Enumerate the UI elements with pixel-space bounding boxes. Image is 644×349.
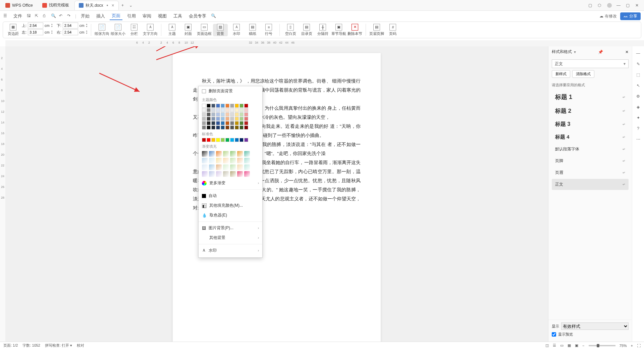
vertical-ruler[interactable]: 246810121416182022242628: [0, 46, 5, 342]
menu-page[interactable]: 页面: [110, 12, 122, 20]
gradient-swatch[interactable]: [223, 158, 229, 163]
clear-format-button[interactable]: 清除格式: [572, 70, 594, 78]
auto-color-item[interactable]: 自动: [199, 191, 262, 201]
color-swatch[interactable]: [207, 112, 211, 116]
page-border-button[interactable]: ▭页面边框: [197, 24, 212, 36]
menu-ref[interactable]: 引用: [125, 12, 138, 20]
color-swatch[interactable]: [230, 104, 234, 108]
color-swatch[interactable]: [244, 108, 248, 112]
document-canvas[interactable]: 秋天，落叶满地，》 ，用悲凉给这个喧嚣的世界调色。街巷、 细雨中慢慢行走，昏黄的…: [5, 46, 548, 342]
cover-button[interactable]: ▣封面: [181, 24, 196, 36]
color-swatch[interactable]: [225, 112, 229, 116]
preview-checkbox[interactable]: [552, 332, 556, 337]
color-swatch[interactable]: [221, 121, 225, 125]
color-swatch[interactable]: [211, 108, 215, 112]
remove-bg-item[interactable]: 删除页面背景: [199, 86, 262, 96]
color-swatch[interactable]: [216, 108, 220, 112]
color-swatch[interactable]: [235, 138, 239, 142]
color-swatch[interactable]: [216, 121, 220, 125]
color-swatch[interactable]: [239, 104, 244, 108]
orientation-button[interactable]: 📄纸张方向: [95, 24, 109, 36]
zoom-value[interactable]: 75%: [620, 344, 627, 348]
style-item[interactable]: 标题 4↵: [552, 131, 629, 143]
margin-right-input[interactable]: [63, 29, 78, 35]
spinner[interactable]: ▲▼: [51, 30, 53, 35]
horizontal-ruler[interactable]: 642246810123234363840424446: [5, 40, 644, 46]
preview-icon[interactable]: 🔍: [51, 13, 56, 19]
style-item[interactable]: 标题 1↵: [552, 90, 629, 104]
gradient-swatch[interactable]: [237, 151, 243, 157]
style-item[interactable]: 标题 3↵: [552, 118, 629, 131]
help-icon[interactable]: ?: [635, 126, 641, 132]
color-swatch[interactable]: [235, 121, 239, 125]
chapter-nav-button[interactable]: ▣章节导航: [331, 24, 346, 36]
gradient-swatch[interactable]: [244, 164, 250, 170]
color-swatch[interactable]: [211, 121, 215, 125]
color-swatch[interactable]: [225, 138, 229, 142]
tab-add-button[interactable]: +: [119, 3, 127, 8]
gradient-swatch[interactable]: [230, 171, 236, 177]
paper-size-button[interactable]: 📄纸张大小: [111, 24, 125, 36]
color-swatch[interactable]: [235, 108, 239, 112]
color-swatch[interactable]: [230, 108, 234, 112]
columns-button[interactable]: ☷分栏: [127, 24, 142, 36]
tab-wps-home[interactable]: WPS Office: [1, 1, 37, 10]
pencil-icon[interactable]: ✎: [635, 61, 641, 67]
gradient-swatch[interactable]: [216, 164, 222, 170]
menu-member[interactable]: 会员专享: [187, 12, 208, 20]
menu-tools[interactable]: 工具: [171, 12, 184, 20]
color-swatch[interactable]: [216, 126, 220, 130]
collapse-icon[interactable]: —: [635, 50, 641, 56]
color-swatch[interactable]: [202, 104, 206, 108]
maximize-button[interactable]: ▢: [626, 3, 631, 8]
toc-page-button[interactable]: ▤目录页: [299, 24, 314, 36]
color-swatch[interactable]: [225, 117, 229, 121]
save-icon[interactable]: 🖫: [27, 13, 32, 19]
other-fill-item[interactable]: ◧其他填充颜色(M)...: [199, 201, 262, 210]
gradient-swatch[interactable]: [209, 151, 215, 157]
other-bg-item[interactable]: 其他背景›: [199, 233, 262, 243]
theme-button[interactable]: Ａ主题: [165, 24, 179, 36]
app-icon[interactable]: ▢: [588, 3, 593, 8]
background-button[interactable]: ▨背景: [213, 24, 228, 36]
gradient-swatch[interactable]: [209, 158, 215, 163]
color-swatch[interactable]: [230, 117, 234, 121]
avatar-icon[interactable]: [607, 3, 612, 8]
view-icon[interactable]: ▭: [560, 343, 564, 348]
gradient-swatch[interactable]: [244, 151, 250, 157]
layers-icon[interactable]: ◈: [635, 104, 641, 110]
color-swatch[interactable]: [239, 138, 244, 142]
watermark-button[interactable]: Ａ水印: [229, 24, 244, 36]
picture-bg-item[interactable]: 🖼图片背景(P)...›: [199, 223, 262, 233]
menu-view[interactable]: 视图: [156, 12, 169, 20]
color-swatch[interactable]: [207, 121, 211, 125]
color-swatch[interactable]: [244, 138, 248, 142]
fit-icon[interactable]: ⛶: [637, 344, 641, 348]
color-swatch[interactable]: [244, 104, 248, 108]
color-swatch[interactable]: [239, 108, 244, 112]
spinner[interactable]: ▲▼: [51, 23, 53, 28]
style-item[interactable]: 默认段落字体↵: [552, 144, 629, 155]
gradient-swatch[interactable]: [230, 151, 236, 157]
export-icon[interactable]: ⇱: [35, 13, 40, 19]
color-swatch[interactable]: [221, 104, 225, 108]
color-swatch[interactable]: [216, 112, 220, 116]
color-swatch[interactable]: [207, 138, 211, 142]
color-swatch[interactable]: [202, 126, 206, 130]
color-picker-item[interactable]: 💧取色器(E): [199, 210, 262, 220]
current-style-select[interactable]: 正文▾: [552, 59, 629, 68]
color-swatch[interactable]: [221, 117, 225, 121]
paper-style-button[interactable]: ▤稿纸: [245, 24, 260, 36]
gradient-swatch[interactable]: [223, 171, 229, 177]
color-swatch[interactable]: [230, 138, 234, 142]
gradient-swatch[interactable]: [216, 158, 222, 163]
line-number-button[interactable]: ≡行号: [261, 24, 276, 36]
color-swatch[interactable]: [239, 126, 244, 130]
color-swatch[interactable]: [244, 126, 248, 130]
cloud-status[interactable]: ☁ 有修改: [599, 13, 616, 19]
margin-left-input[interactable]: [28, 29, 43, 35]
style-item[interactable]: 页脚↵: [552, 155, 629, 166]
color-swatch[interactable]: [225, 126, 229, 130]
gradient-swatch[interactable]: [202, 151, 208, 157]
color-swatch[interactable]: [230, 112, 234, 116]
